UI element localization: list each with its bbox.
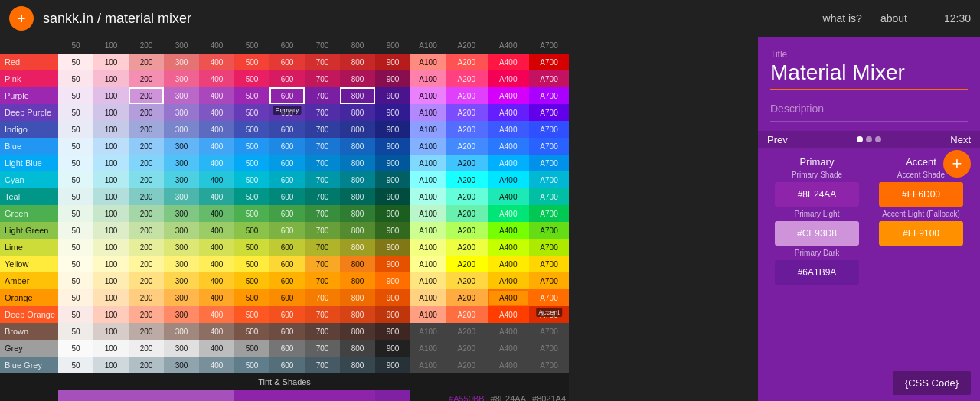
color-cell[interactable]: A400 [488, 306, 529, 323]
color-cell[interactable]: 600 [270, 340, 305, 357]
color-cell[interactable]: 900 [375, 272, 410, 289]
color-cell[interactable]: 100 [93, 323, 129, 340]
color-cell[interactable]: A700 [529, 104, 569, 121]
color-cell[interactable]: A400 [488, 357, 529, 373]
color-cell[interactable]: 600 [270, 272, 305, 289]
color-cell[interactable]: 300 [164, 171, 199, 188]
accent-light-chip[interactable]: #FF9100 [879, 221, 963, 246]
color-cell[interactable]: A200 [446, 121, 487, 138]
color-cell[interactable]: A200 [446, 171, 487, 188]
color-cell[interactable]: 300 [164, 323, 199, 340]
color-cell[interactable]: 900 [375, 121, 410, 138]
primary-light-chip[interactable]: #CE93D8 [775, 221, 859, 246]
color-cell[interactable]: A200 [446, 188, 487, 205]
color-cell[interactable]: 700 [305, 121, 340, 138]
color-cell[interactable]: 600 [270, 306, 305, 323]
color-cell[interactable]: 50 [58, 306, 93, 323]
color-cell[interactable]: 900 [375, 70, 410, 87]
color-cell[interactable]: A200 [446, 87, 487, 104]
color-cell[interactable]: 600 [270, 121, 305, 138]
color-cell[interactable]: 500 [234, 323, 270, 340]
color-cell[interactable]: 400 [199, 171, 234, 188]
color-cell[interactable]: 600 [270, 188, 305, 205]
color-cell[interactable]: A400 [488, 155, 529, 171]
color-cell[interactable]: 800 [340, 70, 375, 87]
color-cell[interactable]: 50 [58, 87, 93, 104]
color-cell[interactable]: A200 [446, 239, 487, 256]
color-cell[interactable]: A400 [488, 222, 529, 239]
color-cell[interactable]: 800 [340, 121, 375, 138]
color-cell[interactable]: 400 [199, 323, 234, 340]
color-cell[interactable]: 200 [129, 306, 164, 323]
color-cell[interactable]: 100 [93, 256, 129, 272]
color-cell[interactable]: 200 [129, 155, 164, 171]
color-cell[interactable]: 800 [340, 138, 375, 155]
color-cell[interactable]: A200 [446, 323, 487, 340]
color-cell[interactable]: A400 [488, 289, 529, 306]
color-cell[interactable]: 200 [129, 121, 164, 138]
color-cell[interactable]: 300 [164, 121, 199, 138]
color-cell[interactable]: 500 [234, 171, 270, 188]
color-cell[interactable]: A700 [529, 205, 569, 222]
primary-dark-chip[interactable]: #6A1B9A [775, 260, 859, 285]
color-cell[interactable]: 600 [270, 289, 305, 306]
color-cell[interactable]: 300 [164, 289, 199, 306]
color-cell[interactable]: 800 [340, 155, 375, 171]
add-button[interactable]: + [943, 150, 971, 178]
color-cell[interactable]: 50 [58, 138, 93, 155]
color-cell[interactable]: 500 [234, 306, 270, 323]
color-cell[interactable]: A200 [446, 205, 487, 222]
color-cell[interactable]: 400 [199, 239, 234, 256]
color-cell[interactable]: A100 [410, 272, 446, 289]
color-cell[interactable]: 700 [305, 171, 340, 188]
color-cell[interactable]: 500 [234, 239, 270, 256]
color-cell[interactable]: 200 [129, 256, 164, 272]
color-cell[interactable]: 50 [58, 121, 93, 138]
color-cell[interactable]: 900 [375, 155, 410, 171]
color-cell[interactable]: 400 [199, 54, 234, 70]
color-cell[interactable]: 700 [305, 205, 340, 222]
color-cell[interactable]: A100 [410, 306, 446, 323]
color-cell[interactable]: 600 [270, 357, 305, 373]
color-table-wrapper[interactable]: 50100200300400500600700800900A100A200A40… [0, 37, 758, 401]
color-cell[interactable]: 400 [199, 155, 234, 171]
color-cell[interactable]: 900 [375, 205, 410, 222]
color-cell[interactable]: A700 [529, 121, 569, 138]
color-cell[interactable]: 100 [93, 357, 129, 373]
color-cell[interactable]: A100 [410, 171, 446, 188]
about-link[interactable]: about [880, 12, 907, 24]
color-cell[interactable]: A400 [488, 70, 529, 87]
color-cell[interactable]: A700 [529, 256, 569, 272]
color-cell[interactable]: 900 [375, 104, 410, 121]
color-cell[interactable]: A400 [488, 256, 529, 272]
color-cell[interactable]: 200 [129, 104, 164, 121]
color-cell[interactable]: 900 [375, 306, 410, 323]
color-cell[interactable]: 700 [305, 87, 340, 104]
color-cell[interactable]: 700 [305, 138, 340, 155]
color-cell[interactable]: A100 [410, 256, 446, 272]
color-cell[interactable]: A200 [446, 357, 487, 373]
color-cell[interactable]: 50 [58, 205, 93, 222]
color-cell[interactable]: 100 [93, 289, 129, 306]
color-cell[interactable]: 200 [129, 272, 164, 289]
color-cell[interactable]: 900 [375, 340, 410, 357]
color-cell[interactable]: 500 [234, 54, 270, 70]
color-cell[interactable]: 50 [58, 54, 93, 70]
color-cell[interactable]: A700 [529, 239, 569, 256]
color-cell[interactable]: 100 [93, 54, 129, 70]
color-cell[interactable]: 100 [93, 340, 129, 357]
color-cell[interactable]: A200 [446, 70, 487, 87]
color-cell[interactable]: 50 [58, 340, 93, 357]
color-cell[interactable]: 300 [164, 87, 199, 104]
color-cell[interactable]: A200 [446, 54, 487, 70]
color-cell[interactable]: 600 [270, 138, 305, 155]
color-cell[interactable]: 700 [305, 357, 340, 373]
color-cell[interactable]: 50 [58, 70, 93, 87]
color-cell[interactable]: 300 [164, 239, 199, 256]
color-cell[interactable]: 50 [58, 239, 93, 256]
color-cell[interactable]: A700 [529, 87, 569, 104]
color-cell[interactable]: 300 [164, 104, 199, 121]
color-cell[interactable]: 700 [305, 70, 340, 87]
color-cell[interactable]: 500 [234, 138, 270, 155]
color-cell[interactable]: 700 [305, 306, 340, 323]
